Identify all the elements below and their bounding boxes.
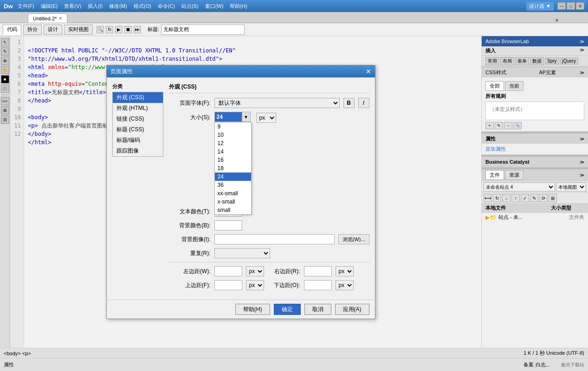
insert-layout-tab[interactable]: 布局 bbox=[500, 57, 514, 65]
files-expand-icon[interactable]: ≫ bbox=[580, 173, 584, 178]
site-selector[interactable]: 未命名站点 4 bbox=[484, 182, 555, 192]
tab-close-icon[interactable]: ✕ bbox=[58, 16, 62, 21]
menu-site[interactable]: 站点(S) bbox=[180, 3, 200, 10]
css-new-rule[interactable]: + bbox=[485, 122, 494, 129]
size-option-medium[interactable]: medium bbox=[215, 214, 251, 215]
properties-expand[interactable]: ≫ bbox=[580, 136, 584, 141]
panel-expand-icon[interactable]: ≫ bbox=[580, 39, 584, 44]
insert-spry-tab[interactable]: Spry bbox=[545, 58, 559, 64]
insert-form-tab[interactable]: 表单 bbox=[515, 57, 529, 65]
cat-headings-css[interactable]: 标题 (CSS) bbox=[113, 124, 163, 135]
css-edit-rule[interactable]: ✎ bbox=[495, 122, 503, 129]
live-view-button[interactable]: 实时视图 bbox=[64, 25, 93, 35]
right-margin-input[interactable] bbox=[304, 266, 332, 276]
cat-links-css[interactable]: 链接 (CSS) bbox=[113, 114, 163, 124]
insert-common-tab[interactable]: 常用 bbox=[485, 57, 499, 65]
repeat-select[interactable] bbox=[214, 248, 270, 258]
insert-jquery-tab[interactable]: jQuery bbox=[560, 58, 578, 64]
left-margin-input[interactable] bbox=[214, 266, 242, 276]
top-margin-unit[interactable]: px bbox=[246, 280, 264, 290]
cat-title-encoding[interactable]: 标题/编码 bbox=[113, 135, 163, 146]
refresh-button[interactable]: ↻ bbox=[106, 26, 113, 33]
menu-command[interactable]: 命令(C) bbox=[156, 3, 177, 10]
size-option-14[interactable]: 14 bbox=[215, 147, 251, 156]
site-connect-btn[interactable]: ⟷ bbox=[484, 194, 492, 202]
size-option-x-small[interactable]: x-small bbox=[215, 198, 251, 206]
menu-edit[interactable]: 编辑(E) bbox=[39, 3, 60, 10]
font-select[interactable]: 默认字体 bbox=[214, 98, 340, 108]
size-dropdown-list[interactable]: 9 10 12 14 16 18 24 36 xx-small x-smal bbox=[214, 122, 252, 215]
files-tab[interactable]: 文件 bbox=[485, 170, 504, 180]
help-button[interactable]: 帮助(H) bbox=[235, 304, 270, 315]
assets-tab[interactable]: 资源 bbox=[505, 170, 523, 180]
add-property-link[interactable]: 添加属性 bbox=[485, 146, 584, 153]
css-delete-rule[interactable]: − bbox=[504, 122, 512, 129]
left-margin-unit[interactable]: px bbox=[246, 266, 264, 276]
size-input[interactable] bbox=[214, 112, 242, 122]
site-sync-btn[interactable]: ⟳ bbox=[539, 194, 548, 202]
bc-expand[interactable]: ≫ bbox=[580, 160, 584, 165]
minimize-button[interactable]: ─ bbox=[557, 2, 566, 10]
insert-expand-icon[interactable]: ≫ bbox=[580, 47, 584, 52]
css-styles-header[interactable]: CSS样式 AP元素 ≫ bbox=[482, 67, 588, 77]
view-selector[interactable]: 本地视图 bbox=[556, 182, 586, 192]
menu-modify[interactable]: 修改(M) bbox=[107, 3, 129, 10]
ok-button[interactable]: 确定 bbox=[274, 304, 301, 315]
site-checkout-btn[interactable]: ✎ bbox=[530, 194, 538, 202]
size-option-small[interactable]: small bbox=[215, 206, 251, 214]
properties-header[interactable]: 属性 ≫ bbox=[482, 134, 588, 144]
apply-button[interactable]: 应用(A) bbox=[335, 304, 369, 315]
menu-insert[interactable]: 插入(I) bbox=[86, 3, 104, 10]
cat-appearance-html[interactable]: 外观 (HTML) bbox=[113, 103, 163, 114]
css-panel-options[interactable]: ≫ bbox=[580, 70, 584, 75]
site-checkin-btn[interactable]: ✓ bbox=[521, 194, 529, 202]
forward-button[interactable]: ⏭ bbox=[134, 26, 141, 33]
size-option-24[interactable]: 24 bbox=[215, 173, 251, 181]
size-option-36[interactable]: 36 bbox=[215, 181, 251, 189]
code-view-button[interactable]: 代码 bbox=[3, 25, 21, 35]
size-option-12[interactable]: 12 bbox=[215, 139, 251, 147]
cat-tracing-image[interactable]: 跟踪图像 bbox=[113, 146, 163, 156]
menu-format[interactable]: 格式(O) bbox=[132, 3, 153, 10]
css-tab-current[interactable]: 当前 bbox=[505, 81, 523, 91]
site-expand-btn[interactable]: ⊞ bbox=[549, 194, 557, 202]
tag-selector[interactable]: <body> <p> bbox=[4, 351, 31, 356]
size-option-9[interactable]: 9 bbox=[215, 122, 251, 131]
site-refresh-btn[interactable]: ↻ bbox=[493, 194, 501, 202]
site-put-btn[interactable]: ↑ bbox=[511, 194, 520, 202]
size-option-10[interactable]: 10 bbox=[215, 131, 251, 139]
inspect-button[interactable]: 🔍 bbox=[97, 26, 104, 33]
browse-button[interactable]: 浏览(W)... bbox=[338, 234, 369, 244]
italic-button[interactable]: I bbox=[358, 98, 369, 108]
site-get-btn[interactable]: ↓ bbox=[502, 194, 510, 202]
maximize-button[interactable]: □ bbox=[567, 2, 575, 10]
top-margin-input[interactable] bbox=[214, 280, 242, 290]
design-view-button[interactable]: 设计 bbox=[44, 25, 62, 35]
menu-view[interactable]: 查看(V) bbox=[62, 3, 83, 10]
cat-appearance-css[interactable]: 外观 (CSS) bbox=[113, 92, 163, 103]
size-option-16[interactable]: 16 bbox=[215, 156, 251, 164]
design-mode-selector[interactable]: 设计器 ▼ bbox=[526, 2, 554, 11]
page-title-input[interactable] bbox=[161, 25, 245, 35]
size-unit-select[interactable]: px pt em % bbox=[256, 113, 276, 123]
bg-color-picker[interactable] bbox=[214, 220, 242, 230]
bottom-margin-unit[interactable]: px bbox=[336, 280, 354, 290]
menu-window[interactable]: 窗口(W) bbox=[203, 3, 226, 10]
menu-help[interactable]: 帮助(H) bbox=[228, 3, 249, 10]
right-margin-unit[interactable]: px bbox=[336, 266, 354, 276]
file-list-item[interactable]: ▶📁 站点 - 未... 文件夹 bbox=[482, 213, 588, 222]
css-tab-all[interactable]: 全部 bbox=[485, 81, 504, 91]
close-button[interactable]: ✕ bbox=[576, 2, 584, 10]
panel-options-icon[interactable]: ≡ bbox=[554, 18, 560, 23]
bold-button[interactable]: B bbox=[343, 98, 355, 108]
play-button[interactable]: ▶ bbox=[115, 26, 123, 33]
bc-header[interactable]: Business Catalyst ≫ bbox=[482, 157, 588, 167]
size-dropdown-arrow[interactable]: ▼ bbox=[242, 112, 251, 122]
split-view-button[interactable]: 拆分 bbox=[23, 25, 42, 35]
document-tab[interactable]: Untitled-2* ✕ bbox=[28, 13, 67, 23]
css-attach[interactable]: 📎 bbox=[513, 122, 522, 129]
dialog-close-button[interactable]: ✕ bbox=[366, 68, 371, 75]
bg-image-input[interactable] bbox=[214, 234, 335, 244]
insert-data-tab[interactable]: 数据 bbox=[530, 57, 544, 65]
stop-button[interactable]: ⏹ bbox=[124, 26, 132, 33]
